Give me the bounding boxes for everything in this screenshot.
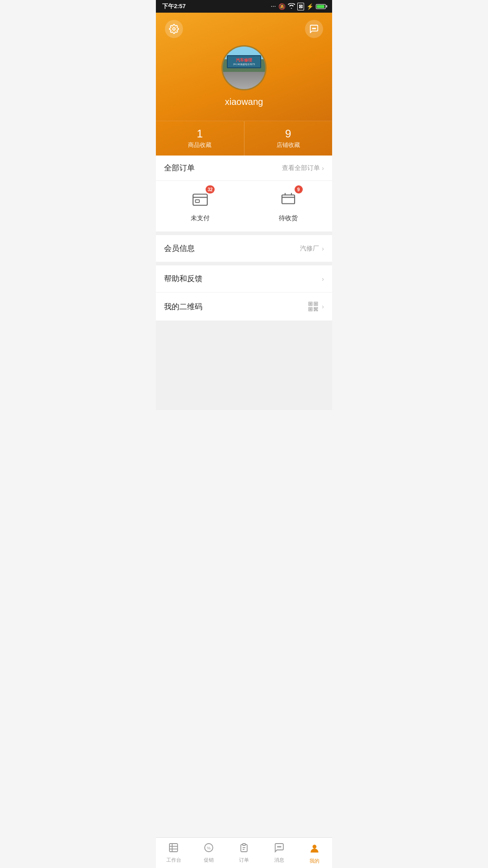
member-info-left: 会员信息	[164, 243, 195, 254]
status-bar: 下午2:57 ··· 🔕 ⊠ ⚡	[156, 0, 332, 13]
help-feedback-label: 帮助和反馈	[164, 274, 202, 284]
status-time: 下午2:57	[162, 2, 186, 10]
member-type-text: 汽修厂	[300, 245, 319, 253]
orders-icons-row: 32 未支付 9 待收货	[156, 181, 332, 231]
svg-point-1	[312, 28, 313, 29]
svg-rect-15	[314, 310, 315, 311]
orders-title: 全部订单	[164, 163, 195, 173]
svg-point-3	[315, 28, 316, 29]
help-left: 帮助和反馈	[164, 274, 202, 284]
unpaid-icon-wrap: 32	[189, 188, 211, 210]
lightning-icon: ⚡	[306, 3, 314, 10]
unpaid-label: 未支付	[191, 214, 210, 222]
content-area: 全部订单 查看全部订单 › 32	[156, 156, 332, 410]
member-info-menu-item[interactable]: 会员信息 汽修厂 ›	[156, 235, 332, 262]
store-favorites-label: 店铺收藏	[244, 141, 333, 149]
misc-menu-card: 帮助和反馈 › 我的二维码	[156, 265, 332, 321]
qrcode-chevron-icon: ›	[322, 303, 324, 310]
settings-button[interactable]	[165, 20, 183, 38]
profile-header: 汽车修理 24小时救援电话 8273 xiaowang	[156, 13, 332, 121]
chevron-right-icon: ›	[322, 165, 324, 172]
view-all-label: 查看全部订单	[282, 164, 320, 172]
sim-icon: ⊠	[297, 3, 304, 10]
help-chevron-icon: ›	[322, 275, 324, 283]
pending-receipt-order-item[interactable]: 9 待收货	[244, 188, 332, 222]
pending-receipt-icon-wrap: 9	[277, 188, 299, 210]
store-favorites-count: 9	[244, 127, 333, 140]
watermark-area	[156, 324, 332, 378]
pending-receipt-badge: 9	[295, 185, 303, 193]
svg-point-2	[314, 28, 314, 29]
member-info-label: 会员信息	[164, 243, 195, 254]
product-favorites-count: 1	[156, 127, 244, 140]
orders-card: 全部订单 查看全部订单 › 32	[156, 156, 332, 231]
svg-rect-8	[310, 303, 311, 304]
member-info-right: 汽修厂 ›	[300, 245, 324, 253]
view-all-orders-button[interactable]: 查看全部订单 ›	[282, 164, 324, 172]
svg-rect-17	[317, 310, 318, 311]
help-right: ›	[322, 275, 324, 283]
svg-rect-14	[317, 307, 318, 308]
my-qrcode-label: 我的二维码	[164, 302, 202, 312]
unpaid-order-item[interactable]: 32 未支付	[156, 188, 244, 222]
avatar[interactable]: 汽车修理 24小时救援电话 8273	[221, 45, 267, 90]
svg-rect-12	[310, 308, 311, 310]
pending-receipt-label: 待收货	[279, 214, 298, 222]
svg-rect-5	[195, 200, 199, 203]
notification-icon: 🔕	[278, 3, 286, 10]
message-button[interactable]	[305, 20, 323, 38]
stats-row: 1 商品收藏 9 店铺收藏	[156, 121, 332, 156]
product-favorites-label: 商品收藏	[156, 141, 244, 149]
my-qrcode-menu-item[interactable]: 我的二维码 ›	[156, 292, 332, 321]
svg-rect-6	[282, 195, 295, 203]
member-info-chevron-icon: ›	[322, 245, 324, 252]
header-buttons	[165, 20, 323, 38]
username: xiaowang	[165, 97, 323, 107]
wifi-icon	[288, 3, 295, 10]
battery-icon	[316, 4, 326, 9]
svg-rect-10	[315, 303, 317, 304]
qrcode-left: 我的二维码	[164, 302, 202, 312]
help-feedback-menu-item[interactable]: 帮助和反馈 ›	[156, 265, 332, 292]
qrcode-right: ›	[307, 301, 324, 312]
product-favorites-stat[interactable]: 1 商品收藏	[156, 121, 244, 156]
status-right-icons: ··· 🔕 ⊠ ⚡	[271, 3, 326, 10]
qr-code-icon	[307, 301, 319, 312]
unpaid-badge: 32	[206, 185, 214, 193]
store-favorites-stat[interactable]: 9 店铺收藏	[244, 121, 333, 156]
svg-point-0	[173, 28, 175, 30]
signal-icon: ···	[271, 4, 276, 9]
orders-header: 全部订单 查看全部订单 ›	[156, 156, 332, 181]
member-info-card: 会员信息 汽修厂 ›	[156, 235, 332, 262]
bottom-spacer	[156, 378, 332, 410]
